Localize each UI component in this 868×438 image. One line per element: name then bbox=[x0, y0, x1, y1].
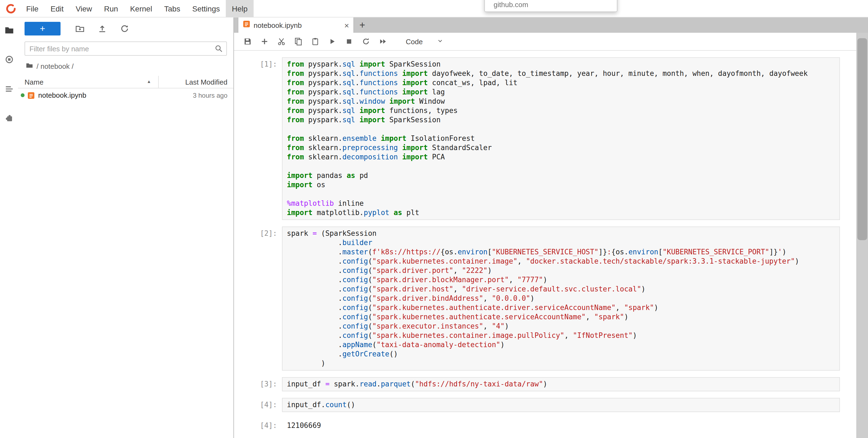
code-line: ) bbox=[287, 358, 835, 368]
cut-cells-button[interactable] bbox=[275, 35, 287, 48]
code-line: .config("spark.executor.instances", "4") bbox=[287, 321, 835, 331]
cell-prompt: [1]: bbox=[235, 57, 282, 220]
menu-item-view[interactable]: View bbox=[69, 0, 98, 17]
code-line: .config("spark.driver.bindAddress", "0.0… bbox=[287, 294, 835, 303]
extensions-tab[interactable] bbox=[4, 113, 14, 124]
modified-header-label: Last Modified bbox=[185, 78, 227, 86]
paste-cells-button[interactable] bbox=[309, 35, 321, 48]
cell-editor[interactable]: input_df = spark.read.parquet("hdfs://hd… bbox=[282, 377, 840, 391]
scrollbar-thumb[interactable] bbox=[857, 38, 867, 240]
cell-editor[interactable]: input_df.count() bbox=[282, 398, 840, 412]
code-line: from pyspark.sql import SparkSession bbox=[287, 115, 835, 124]
notebook-file-icon bbox=[27, 91, 35, 99]
code-line: input_df.count() bbox=[287, 400, 835, 409]
code-line: .appName("taxi-data-anomaly-detection") bbox=[287, 340, 835, 349]
code-cell: [2]:spark = (SparkSession .builder .mast… bbox=[235, 227, 840, 371]
menu-items: FileEditViewRunKernelTabsSettingsHelp bbox=[20, 0, 254, 17]
app-logo-icon[interactable] bbox=[5, 0, 17, 17]
notebook-content: [1]:from pyspark.sql import SparkSession… bbox=[234, 51, 856, 438]
new-launcher-button[interactable]: + bbox=[25, 22, 61, 35]
code-line: from pyspark.sql.functions import concat… bbox=[287, 78, 835, 87]
close-icon[interactable]: × bbox=[344, 21, 349, 29]
tab-bar: notebook.ipynb × + bbox=[234, 18, 868, 33]
interrupt-kernel-button[interactable] bbox=[343, 35, 355, 48]
code-line: %matplotlib inline bbox=[287, 199, 835, 208]
breadcrumb-path: / notebook / bbox=[36, 62, 74, 70]
table-of-contents-tab[interactable] bbox=[4, 84, 14, 94]
code-line bbox=[287, 124, 835, 134]
code-line: .config("spark.kubernetes.container.imag… bbox=[287, 257, 835, 266]
menu-item-tabs[interactable]: Tabs bbox=[158, 0, 186, 17]
filter-files bbox=[25, 41, 227, 56]
filter-files-input[interactable] bbox=[25, 41, 227, 56]
code-line: .config("spark.driver.host", "driver-ser… bbox=[287, 284, 835, 294]
save-button[interactable] bbox=[242, 35, 254, 48]
code-line: import pandas as pd bbox=[287, 171, 835, 180]
output-cell: [4]:12106669 bbox=[235, 419, 840, 432]
breadcrumb[interactable]: / notebook / bbox=[18, 62, 234, 71]
notebook-cells: [1]:from pyspark.sql import SparkSession… bbox=[234, 51, 856, 438]
notebook-file-icon bbox=[243, 20, 250, 30]
code-line: from pyspark.sql.functions import dayofw… bbox=[287, 69, 835, 78]
code-line: import os bbox=[287, 180, 835, 189]
file-browser-tab[interactable] bbox=[4, 25, 14, 35]
tab-notebook[interactable]: notebook.ipynb × bbox=[238, 18, 354, 33]
code-line: .builder bbox=[287, 238, 835, 247]
cell-type-dropdown[interactable]: Code bbox=[403, 36, 447, 47]
listing-header: Name ▲ Last Modified bbox=[18, 76, 234, 88]
cell-editor[interactable]: from pyspark.sql import SparkSessionfrom… bbox=[282, 57, 840, 220]
menu-item-help[interactable]: Help bbox=[226, 0, 254, 17]
code-line bbox=[287, 162, 835, 171]
sort-by-modified-header[interactable]: Last Modified bbox=[159, 76, 234, 88]
copy-cells-button[interactable] bbox=[292, 35, 304, 48]
kernel-running-dot bbox=[21, 93, 25, 97]
upload-button[interactable] bbox=[96, 23, 107, 34]
main-area: notebook.ipynb × + bbox=[234, 18, 868, 438]
file-modified: 3 hours ago bbox=[193, 91, 234, 99]
help-menu-popup: github.com bbox=[484, 0, 617, 12]
sort-by-name-header[interactable]: Name ▲ bbox=[18, 76, 159, 88]
cell-prompt: [2]: bbox=[235, 227, 282, 371]
code-line: 12106669 bbox=[287, 421, 836, 430]
restart-kernel-button[interactable] bbox=[360, 35, 372, 48]
code-line: spark = (SparkSession bbox=[287, 229, 835, 238]
name-header-label: Name bbox=[25, 78, 43, 86]
menu-item-github[interactable]: github.com bbox=[494, 1, 528, 9]
add-cell-button[interactable] bbox=[258, 35, 271, 48]
code-line: from pyspark.sql import SparkSession bbox=[287, 59, 835, 69]
file-row[interactable]: notebook.ipynb 3 hours ago bbox=[18, 88, 234, 102]
cell-prompt: [3]: bbox=[235, 377, 282, 391]
code-line: .config("spark.kubernetes.authenticate.d… bbox=[287, 303, 835, 312]
code-cell: [3]:input_df = spark.read.parquet("hdfs:… bbox=[235, 377, 840, 391]
running-kernels-tab[interactable] bbox=[4, 54, 14, 65]
jupyterlab-app: FileEditViewRunKernelTabsSettingsHelp gi… bbox=[0, 0, 868, 438]
cell-editor[interactable]: spark = (SparkSession .builder .master(f… bbox=[282, 227, 840, 371]
code-line: .master(f'k8s://https://{os.environ["KUB… bbox=[287, 247, 835, 257]
menu-item-edit[interactable]: Edit bbox=[44, 0, 69, 17]
code-line: from sklearn.decomposition import PCA bbox=[287, 152, 835, 162]
body-row: + / note bbox=[0, 18, 868, 438]
code-line: from sklearn.preprocessing import Standa… bbox=[287, 143, 835, 152]
code-line bbox=[287, 189, 835, 199]
cell-prompt: [4]: bbox=[235, 419, 282, 432]
menu-item-file[interactable]: File bbox=[20, 0, 44, 17]
menu-item-settings[interactable]: Settings bbox=[186, 0, 226, 17]
file-browser-toolbar: + bbox=[18, 21, 234, 35]
sort-ascending-icon: ▲ bbox=[147, 80, 151, 84]
menu-item-kernel[interactable]: Kernel bbox=[124, 0, 158, 17]
notebook-toolbar: Code bbox=[234, 33, 856, 51]
code-line: input_df = spark.read.parquet("hdfs://hd… bbox=[287, 379, 835, 389]
new-tab-button[interactable]: + bbox=[354, 18, 371, 33]
code-line: from pyspark.sql import functions, types bbox=[287, 106, 835, 115]
new-folder-button[interactable] bbox=[74, 23, 85, 34]
refresh-button[interactable] bbox=[119, 23, 130, 34]
vertical-scrollbar[interactable] bbox=[856, 33, 868, 438]
run-button[interactable] bbox=[326, 35, 338, 48]
code-line: from pyspark.sql.functions import lag bbox=[287, 87, 835, 97]
chevron-down-icon bbox=[437, 37, 443, 46]
code-line: .config("spark.kubernetes.container.imag… bbox=[287, 331, 835, 340]
code-line: .getOrCreate() bbox=[287, 349, 835, 358]
restart-run-all-button[interactable] bbox=[377, 35, 389, 48]
menu-item-run[interactable]: Run bbox=[98, 0, 124, 17]
code-cell: [1]:from pyspark.sql import SparkSession… bbox=[235, 57, 840, 220]
